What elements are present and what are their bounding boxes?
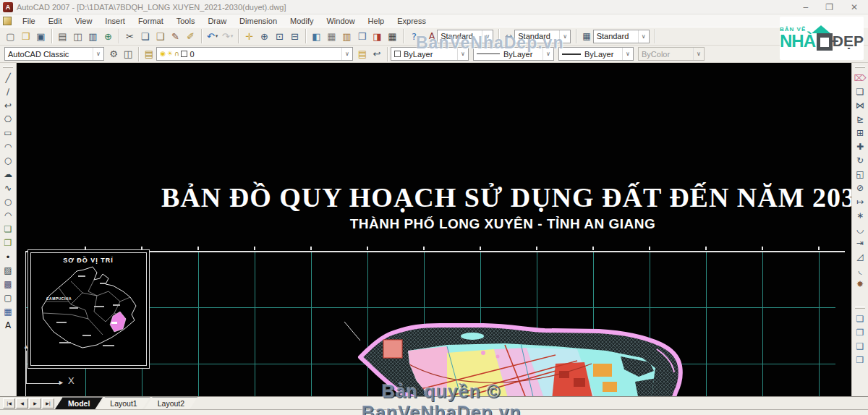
polygon-button[interactable]: ⎔ bbox=[1, 112, 16, 126]
ellipse-arc-button[interactable]: ◠ bbox=[1, 208, 16, 222]
publish-button[interactable]: ▥ bbox=[85, 29, 101, 44]
lineweight-combo[interactable]: ByLayer ∨ bbox=[558, 47, 634, 61]
toolbar-grip[interactable] bbox=[3, 66, 13, 68]
copy-object-button[interactable]: ❏ bbox=[853, 85, 868, 98]
spline-button[interactable]: ∿ bbox=[1, 181, 16, 194]
tool-palettes-button[interactable]: ▥ bbox=[339, 29, 354, 44]
send-under-objects-button[interactable]: ❒ bbox=[853, 353, 868, 367]
zoom-previous-button[interactable]: ⊟ bbox=[287, 29, 302, 44]
style-combo[interactable]: Standard ∨ bbox=[593, 30, 650, 43]
sheet-set-manager-button[interactable]: ❒ bbox=[354, 29, 370, 44]
erase-button[interactable]: ⌦ bbox=[853, 71, 868, 85]
scale-button[interactable]: ◱ bbox=[853, 167, 868, 181]
fillet-button[interactable]: ◟ bbox=[853, 263, 868, 277]
tab-layout2[interactable]: Layout2 bbox=[145, 397, 197, 409]
close-button[interactable]: ✕ bbox=[851, 3, 858, 12]
ellipse-button[interactable]: ○ bbox=[1, 194, 16, 208]
trim-button[interactable]: ⊘ bbox=[853, 181, 868, 194]
save-button[interactable]: ▣ bbox=[33, 29, 48, 44]
color-combo[interactable]: ByLayer ∨ bbox=[391, 47, 469, 61]
next-tab-button[interactable]: ▶ bbox=[29, 398, 41, 408]
last-tab-button[interactable]: ▶| bbox=[42, 398, 54, 408]
toolbar-grip[interactable] bbox=[855, 307, 865, 309]
revcloud-button[interactable]: ☁ bbox=[1, 167, 16, 181]
menu-item-express[interactable]: Express bbox=[391, 17, 433, 25]
layer-states-button[interactable]: ▤ bbox=[355, 47, 370, 61]
layer-on-icon[interactable]: ◉ bbox=[160, 51, 166, 57]
redo-button[interactable]: ↷ bbox=[220, 29, 235, 44]
designcenter-button[interactable]: ▦ bbox=[324, 29, 339, 44]
bring-to-front-button[interactable]: ❏ bbox=[853, 312, 868, 325]
offset-button[interactable]: ⊵ bbox=[853, 112, 868, 126]
copy-button[interactable]: ❏ bbox=[137, 29, 153, 44]
move-button[interactable]: ✚ bbox=[853, 140, 868, 153]
line-button[interactable]: ╱ bbox=[1, 71, 16, 85]
zoom-window-button[interactable]: ⊡ bbox=[272, 29, 287, 44]
menu-item-insert[interactable]: Insert bbox=[98, 17, 132, 25]
rotate-button[interactable]: ↻ bbox=[853, 153, 868, 167]
zoom-realtime-button[interactable]: ⊕ bbox=[257, 29, 272, 44]
open-button[interactable]: ❒ bbox=[18, 29, 33, 44]
publish-web-button[interactable]: ⊕ bbox=[101, 29, 116, 44]
block-editor-button[interactable]: ✐ bbox=[183, 29, 198, 44]
bring-above-objects-button[interactable]: ❑ bbox=[853, 339, 868, 353]
chamfer-button[interactable]: ◿ bbox=[853, 249, 868, 263]
toolbar-grip[interactable] bbox=[855, 66, 865, 68]
menu-item-modify[interactable]: Modify bbox=[284, 17, 320, 25]
menu-item-format[interactable]: Format bbox=[132, 17, 170, 25]
menu-item-edit[interactable]: Edit bbox=[42, 17, 69, 25]
explode-button[interactable]: ✸ bbox=[853, 277, 868, 291]
menu-item-file[interactable]: File bbox=[16, 17, 42, 25]
layer-lock-icon[interactable]: ∩ bbox=[174, 51, 179, 57]
markup-set-manager-button[interactable]: ◨ bbox=[370, 29, 385, 44]
match-properties-button[interactable]: ✎ bbox=[168, 29, 183, 44]
hatch-button[interactable]: ▨ bbox=[1, 263, 16, 277]
save-workspace-button[interactable]: ◫ bbox=[121, 47, 135, 61]
workspace-settings-button[interactable]: ⚙ bbox=[106, 47, 121, 61]
style-combo[interactable]: Standard ∨ bbox=[514, 30, 571, 43]
menu-item-window[interactable]: Window bbox=[320, 17, 361, 25]
break-at-point-button[interactable]: ∗ bbox=[853, 208, 868, 222]
tab-layout1[interactable]: Layout1 bbox=[97, 397, 150, 409]
layer-properties-manager-button[interactable]: ▤ bbox=[142, 47, 156, 61]
plot-button[interactable]: ▤ bbox=[55, 29, 70, 44]
table-button[interactable]: ▦ bbox=[1, 304, 16, 318]
properties-button[interactable]: ◧ bbox=[309, 29, 324, 44]
tab-model[interactable]: Model bbox=[55, 397, 103, 409]
mirror-button[interactable]: ⋈ bbox=[853, 98, 868, 112]
new-button[interactable]: ▢ bbox=[3, 29, 18, 44]
join-button[interactable]: ⇥ bbox=[853, 236, 868, 249]
polyline-button[interactable]: ↩ bbox=[1, 98, 16, 112]
menu-item-tools[interactable]: Tools bbox=[170, 17, 202, 25]
linetype-combo[interactable]: ByLayer ∨ bbox=[473, 47, 554, 61]
drawing-canvas[interactable]: BẢN ĐỒ QUY HOẠCH SỬ DỤNG ĐẤT ĐẾN NĂM 203… bbox=[17, 63, 851, 396]
circle-button[interactable]: ○ bbox=[1, 153, 16, 167]
paste-button[interactable]: ❑ bbox=[153, 29, 168, 44]
help-button[interactable]: ? bbox=[407, 29, 422, 44]
menu-item-draw[interactable]: Draw bbox=[201, 17, 233, 25]
send-to-back-button[interactable]: ❐ bbox=[853, 325, 868, 339]
region-button[interactable]: ▢ bbox=[1, 291, 16, 304]
layer-previous-button[interactable]: ↩ bbox=[370, 47, 384, 61]
minimize-button[interactable]: – bbox=[803, 3, 808, 12]
point-button[interactable]: ∙ bbox=[1, 249, 16, 263]
menu-item-dimension[interactable]: Dimension bbox=[233, 17, 284, 25]
arc-button[interactable]: ◠ bbox=[1, 140, 16, 153]
workspace-combo[interactable]: AutoCAD Classic ∨ bbox=[4, 47, 104, 61]
quickcalc-button[interactable]: ▦ bbox=[385, 29, 400, 44]
menu-item-view[interactable]: View bbox=[69, 17, 99, 25]
style-combo[interactable]: Standard ∨ bbox=[437, 30, 493, 43]
maximize-button[interactable]: ❐ bbox=[825, 3, 833, 12]
construction-line-button[interactable]: ∕ bbox=[1, 85, 16, 98]
make-block-button[interactable]: ❐ bbox=[1, 236, 16, 249]
plot-preview-button[interactable]: ◫ bbox=[70, 29, 85, 44]
insert-block-button[interactable]: ❏ bbox=[1, 222, 16, 236]
cut-button[interactable]: ✂ bbox=[122, 29, 137, 44]
gradient-button[interactable]: ▩ bbox=[1, 277, 16, 291]
multiline-text-button[interactable]: A bbox=[1, 318, 16, 332]
break-button[interactable]: ◡ bbox=[853, 222, 868, 236]
prev-tab-button[interactable]: ◀ bbox=[16, 398, 28, 408]
rectangle-button[interactable]: ▭ bbox=[1, 126, 16, 140]
layer-freeze-icon[interactable]: ☀ bbox=[167, 51, 173, 57]
undo-button[interactable]: ↶ bbox=[205, 29, 220, 44]
